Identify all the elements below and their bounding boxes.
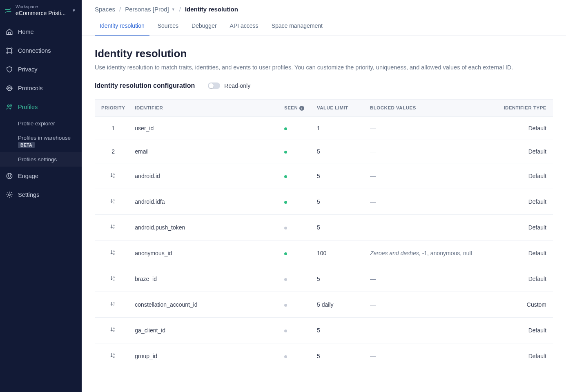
subnav-profiles-settings[interactable]: Profiles settings xyxy=(0,152,82,167)
sort-az-icon[interactable]: AZ xyxy=(109,172,117,180)
shield-icon xyxy=(6,66,13,73)
cell-blocked: — xyxy=(365,189,496,214)
nav-settings[interactable]: Settings xyxy=(0,185,82,204)
nav-privacy[interactable]: Privacy xyxy=(0,60,82,79)
sidebar: Workspace eCommerce Pristi... ▼ Home Con… xyxy=(0,0,82,392)
svg-text:A: A xyxy=(113,353,115,355)
breadcrumb-spaces[interactable]: Spaces xyxy=(95,6,115,13)
cell-blocked: — xyxy=(365,343,496,369)
workspace-picker[interactable]: Workspace eCommerce Pristi... ▼ xyxy=(0,0,82,22)
svg-text:Z: Z xyxy=(113,278,115,281)
gear-icon xyxy=(6,191,13,198)
nav-profiles[interactable]: Profiles xyxy=(0,98,82,116)
cell-value-limit: 5 xyxy=(312,163,365,189)
beta-badge: BETA xyxy=(18,142,35,148)
subnav-profile-explorer[interactable]: Profile explorer xyxy=(18,116,82,131)
svg-point-2 xyxy=(7,48,8,49)
cell-type: Default xyxy=(496,266,553,292)
cell-type: Default xyxy=(496,163,553,189)
sort-az-icon[interactable]: AZ xyxy=(109,326,117,334)
tab-api-access[interactable]: API access xyxy=(225,18,263,36)
svg-text:Z: Z xyxy=(113,355,115,358)
tab-sources[interactable]: Sources xyxy=(153,18,183,36)
nav-engage[interactable]: Engage xyxy=(0,167,82,185)
protocols-icon xyxy=(6,85,13,92)
th-blocked[interactable]: BLOCKED VALUES xyxy=(365,100,496,117)
nav-label: Connections xyxy=(18,47,51,54)
sort-az-icon[interactable]: AZ xyxy=(109,274,117,283)
table-row[interactable]: AZandroid.id5—Default xyxy=(95,163,553,189)
readonly-toggle[interactable] xyxy=(208,82,220,89)
nav-label: Profiles xyxy=(18,104,38,110)
cell-value-limit: 5 xyxy=(312,266,365,292)
tab-space-management[interactable]: Space management xyxy=(267,18,328,36)
nav-protocols[interactable]: Protocols xyxy=(0,79,82,98)
th-identifier[interactable]: IDENTIFIER xyxy=(130,100,279,117)
page-description: Use identity resolution to match traits,… xyxy=(95,64,553,71)
cell-type: Default xyxy=(496,140,553,163)
svg-text:Z: Z xyxy=(113,227,115,229)
seen-dot-icon xyxy=(284,201,287,204)
cell-priority: AZ xyxy=(95,292,130,317)
th-seen[interactable]: SEENi xyxy=(279,100,312,117)
svg-text:A: A xyxy=(113,301,115,304)
cell-seen xyxy=(279,163,312,189)
tab-debugger[interactable]: Debugger xyxy=(187,18,222,36)
cell-blocked: — xyxy=(365,292,496,317)
svg-point-15 xyxy=(9,194,11,196)
nav-connections[interactable]: Connections xyxy=(0,41,82,60)
seen-dot-icon xyxy=(284,151,287,154)
th-type[interactable]: IDENTIFIER TYPE xyxy=(496,100,553,117)
table-row[interactable]: 1user_id1—Default xyxy=(95,116,553,140)
breadcrumb-sep: / xyxy=(179,6,181,13)
table-row[interactable]: AZanonymous_id100Zeroes and dashes, -1, … xyxy=(95,240,553,266)
cell-identifier: android.idfa xyxy=(130,189,279,214)
cell-value-limit: 100 xyxy=(312,240,365,266)
sort-az-icon[interactable]: AZ xyxy=(109,300,117,308)
sort-az-icon[interactable]: AZ xyxy=(109,223,117,231)
cell-priority: AZ xyxy=(95,189,130,214)
nav-label: Engage xyxy=(18,173,38,179)
tab-identity-resolution[interactable]: Identity resolution xyxy=(95,18,149,36)
cell-blocked: — xyxy=(365,266,496,292)
th-priority[interactable]: PRIORITY xyxy=(95,100,130,117)
table-row[interactable]: AZga_client_id5—Default xyxy=(95,317,553,343)
subnav-label: Profiles in warehouse xyxy=(18,135,71,141)
cell-identifier: constellation_account_id xyxy=(130,292,279,317)
cell-type: Default xyxy=(496,240,553,266)
nav-home[interactable]: Home xyxy=(0,22,82,41)
config-row: Identity resolution configuration Read-o… xyxy=(95,82,553,89)
seen-dot-icon xyxy=(284,355,287,358)
table-row[interactable]: AZconstellation_account_id5 daily—Custom xyxy=(95,292,553,317)
svg-point-6 xyxy=(9,87,11,89)
home-icon xyxy=(6,28,13,36)
svg-point-0 xyxy=(10,9,11,9)
subnav-profiles-warehouse[interactable]: Profiles in warehouse BETA xyxy=(18,131,82,152)
svg-text:Z: Z xyxy=(113,330,115,332)
svg-text:A: A xyxy=(113,173,115,175)
sort-az-icon[interactable]: AZ xyxy=(109,249,117,257)
profiles-icon xyxy=(6,103,13,111)
table-row[interactable]: AZbraze_id5—Default xyxy=(95,266,553,292)
svg-point-11 xyxy=(10,105,12,107)
svg-point-3 xyxy=(11,48,12,49)
breadcrumb-space-dropdown[interactable]: Personas [Prod] ▼ xyxy=(125,6,175,13)
seen-dot-icon xyxy=(284,252,287,255)
table-row[interactable]: 2email5—Default xyxy=(95,140,553,163)
svg-text:Z: Z xyxy=(113,304,115,306)
cell-seen xyxy=(279,116,312,140)
table-row[interactable]: AZgroup_id5—Default xyxy=(95,343,553,369)
identifiers-table: PRIORITY IDENTIFIER SEENi VALUE LIMIT BL… xyxy=(95,99,553,369)
th-value-limit[interactable]: VALUE LIMIT xyxy=(312,100,365,117)
table-row[interactable]: AZandroid.idfa5—Default xyxy=(95,189,553,214)
tabs: Identity resolution Sources Debugger API… xyxy=(82,13,566,36)
sort-az-icon[interactable]: AZ xyxy=(109,197,117,205)
svg-text:A: A xyxy=(113,327,115,330)
sort-az-icon[interactable]: AZ xyxy=(109,352,117,360)
svg-point-4 xyxy=(7,52,8,53)
svg-point-5 xyxy=(11,52,12,53)
table-row[interactable]: AZandroid.push_token5—Default xyxy=(95,214,553,240)
nav-label: Home xyxy=(18,29,34,35)
svg-text:A: A xyxy=(113,224,115,227)
cell-seen xyxy=(279,240,312,266)
